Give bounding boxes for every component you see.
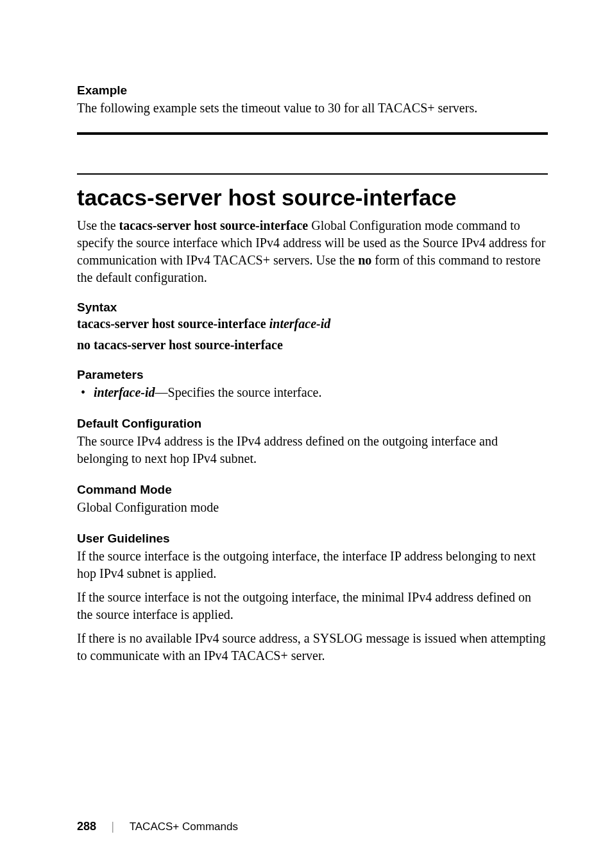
parameters-item-1: interface-id—Specifies the source interf… xyxy=(94,384,548,401)
parameters-heading: Parameters xyxy=(77,368,548,382)
example-text: The following example sets the timeout v… xyxy=(77,100,548,117)
intro-part1: Use the xyxy=(77,218,119,232)
intro-bold1: tacacs-server host source-interface xyxy=(119,218,309,232)
syntax-line1-italic: interface-id xyxy=(269,317,331,331)
syntax-heading: Syntax xyxy=(77,300,548,315)
default-config-text: The source IPv4 address is the IPv4 addr… xyxy=(77,433,548,467)
footer-page-number: 288 xyxy=(77,820,96,833)
footer-separator: | xyxy=(112,820,114,833)
divider-thin xyxy=(77,173,548,175)
user-guidelines-para2: If the source interface is not the outgo… xyxy=(77,589,548,623)
user-guidelines-para1: If the source interface is the outgoing … xyxy=(77,548,548,582)
footer-section-title: TACACS+ Commands xyxy=(130,820,238,833)
parameters-section: Parameters interface-id—Specifies the so… xyxy=(77,368,548,401)
command-mode-text: Global Configuration mode xyxy=(77,499,548,516)
example-heading: Example xyxy=(77,83,548,98)
user-guidelines-para3: If there is no available IPv4 source add… xyxy=(77,630,548,664)
page-footer: 288 | TACACS+ Commands xyxy=(77,820,238,833)
default-config-section: Default Configuration The source IPv4 ad… xyxy=(77,417,548,467)
command-intro: Use the tacacs-server host source-interf… xyxy=(77,217,548,286)
user-guidelines-section: User Guidelines If the source interface … xyxy=(77,532,548,664)
param-italic: interface-id xyxy=(94,385,155,399)
example-section: Example The following example sets the t… xyxy=(77,83,548,117)
syntax-line-1: tacacs-server host source-interface inte… xyxy=(77,317,548,331)
divider-thick xyxy=(77,132,548,135)
syntax-line-2: no tacacs-server host source-interface xyxy=(77,338,548,352)
command-title: tacacs-server host source-interface xyxy=(77,185,548,211)
command-mode-heading: Command Mode xyxy=(77,483,548,497)
parameters-list: interface-id—Specifies the source interf… xyxy=(77,384,548,401)
command-mode-section: Command Mode Global Configuration mode xyxy=(77,483,548,516)
default-config-heading: Default Configuration xyxy=(77,417,548,431)
syntax-section: Syntax tacacs-server host source-interfa… xyxy=(77,300,548,352)
user-guidelines-heading: User Guidelines xyxy=(77,532,548,546)
param-text: —Specifies the source interface. xyxy=(155,385,322,399)
syntax-line1-bold: tacacs-server host source-interface xyxy=(77,317,269,331)
intro-bold2: no xyxy=(358,253,371,267)
